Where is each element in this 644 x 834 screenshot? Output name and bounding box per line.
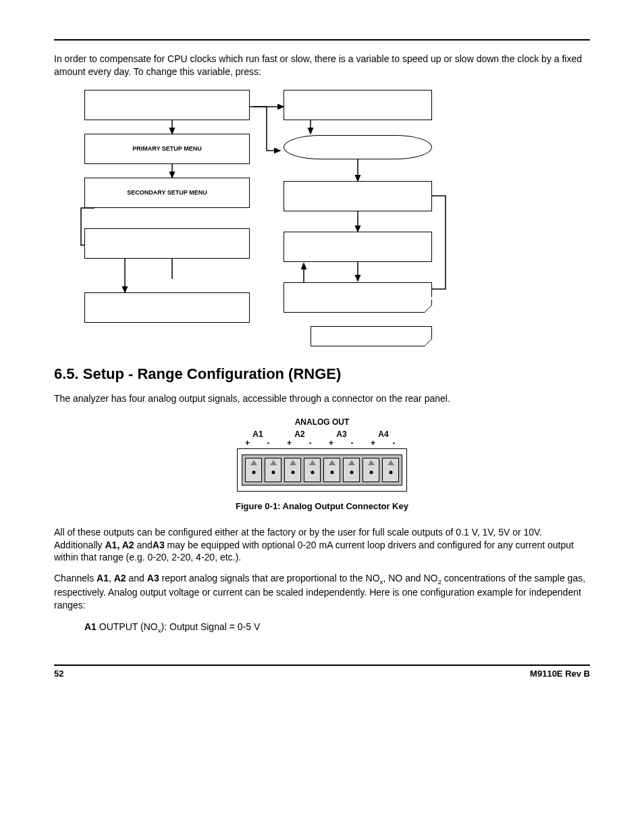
page-number: 52	[54, 669, 63, 679]
terminal	[265, 458, 281, 482]
flow-box-secondary: SECONDARY SETUP MENU	[84, 178, 250, 208]
top-rule	[54, 39, 590, 41]
terminal	[323, 458, 340, 482]
terminal	[304, 458, 321, 482]
flow-rounded-r2	[284, 135, 432, 159]
example-line: A1 OUTPUT (NOx): Output Signal = 0-5 V	[84, 621, 590, 634]
flow-box-r4	[284, 232, 432, 262]
connector-polarity: +- +- +- +-	[237, 439, 407, 447]
fold-icon-1	[424, 305, 432, 313]
flow-box-r6	[311, 326, 432, 346]
flow-box-l1	[84, 90, 250, 120]
terminal	[284, 458, 301, 482]
connector-body	[237, 448, 407, 492]
outputs-paragraph: All of these outputs can be configured e…	[54, 526, 590, 565]
intro-paragraph: In order to compensate for CPU clocks wh…	[54, 53, 590, 78]
fold-icon-2	[424, 338, 432, 346]
terminal	[363, 458, 379, 482]
flowchart: PRIMARY SETUP MENU SECONDARY SETUP MENU	[54, 86, 590, 353]
flow-box-r3	[284, 181, 432, 211]
footer: 52 M9110E Rev B	[54, 664, 590, 679]
terminal	[343, 458, 360, 482]
channels-paragraph: Channels A1, A2 and A3 report analog sig…	[54, 572, 590, 612]
flow-box-primary: PRIMARY SETUP MENU	[84, 134, 250, 164]
terminal	[245, 458, 262, 482]
channel-a4: A4	[363, 429, 404, 439]
flow-box-l4	[84, 228, 250, 259]
doc-revision: M9110E Rev B	[530, 669, 590, 679]
figure-caption: Figure 0-1: Analog Output Connector Key	[54, 501, 590, 511]
flow-box-l5	[84, 292, 250, 323]
channel-a3: A3	[321, 429, 363, 439]
section-heading: 6.5. Setup - Range Configuration (RNGE)	[54, 365, 590, 383]
flow-box-r1	[284, 90, 432, 120]
connector-figure: ANALOG OUT A1 A2 A3 A4 +- +- +- +-	[54, 417, 590, 492]
page: In order to compensate for CPU clocks wh…	[0, 0, 644, 834]
channel-a2: A2	[279, 429, 321, 439]
terminal	[382, 458, 399, 482]
connector-title: ANALOG OUT	[237, 417, 407, 427]
channel-a1: A1	[237, 429, 279, 439]
section-intro: The analyzer has four analog output sign…	[54, 392, 590, 405]
connector-channel-labels: A1 A2 A3 A4	[237, 429, 407, 439]
